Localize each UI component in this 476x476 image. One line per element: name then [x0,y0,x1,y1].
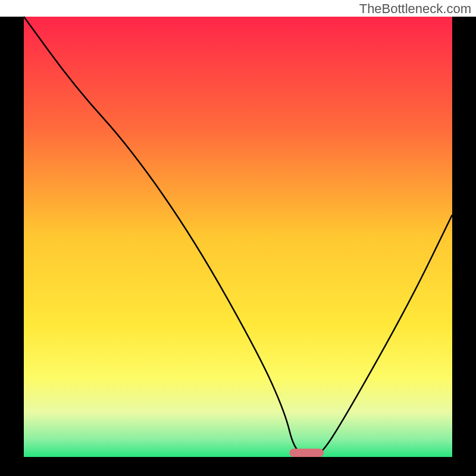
chart-svg [0,0,476,476]
optimal-range-marker [289,449,324,457]
watermark-text: TheBottleneck.com [359,1,471,17]
plot-background [24,17,452,457]
bottleneck-chart: TheBottleneck.com [0,0,476,476]
